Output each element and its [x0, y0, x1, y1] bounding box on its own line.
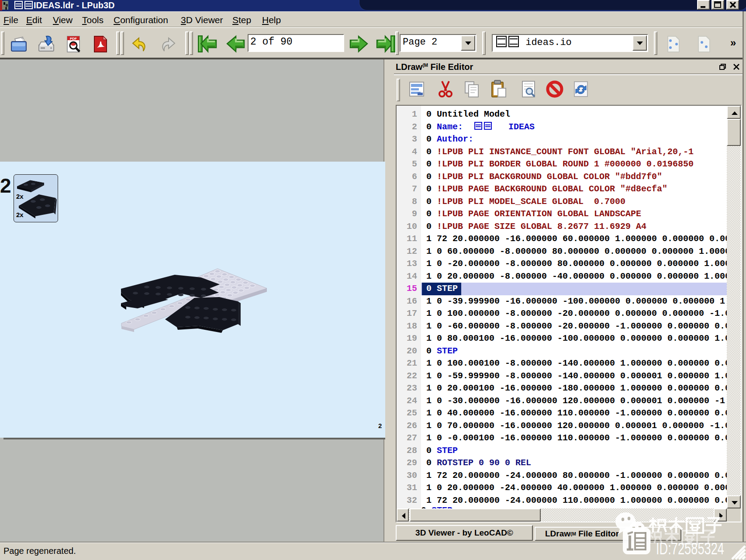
svg-text:PDF: PDF	[70, 37, 77, 41]
svg-text:ID:72585324: ID:72585324	[656, 539, 724, 558]
